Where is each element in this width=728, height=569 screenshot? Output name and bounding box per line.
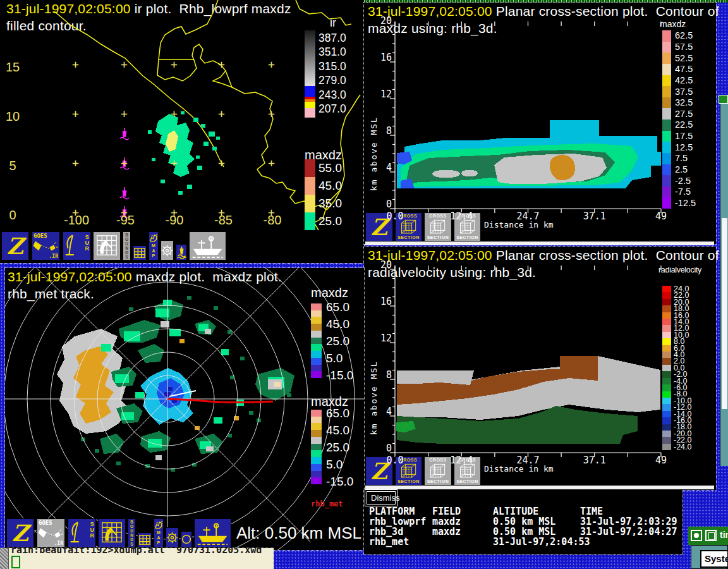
grid-cross: +	[268, 107, 275, 120]
toolbar-button-sur[interactable]: S U R	[68, 518, 96, 548]
colorbar-value: 2.5	[675, 164, 688, 174]
window-radar-ppi: 31-jul-1997,02:05:00 maxdz plot. maxdz p…	[5, 268, 364, 550]
toolbar-button-gridradar[interactable]	[93, 231, 121, 260]
tick-label: 24.7	[514, 211, 542, 222]
window-cross-section-maxdz: 31-jul-1997,02:05:00 Planar cross-sectio…	[364, 3, 716, 244]
grid-cross: +	[218, 107, 225, 120]
track-platform-label: rhb_met	[311, 499, 343, 508]
toolbar-button-z[interactable]: Z	[6, 518, 34, 548]
bounds-icon: B O U N D S	[130, 520, 133, 546]
grid-cross: +	[171, 205, 178, 219]
satellite-echo	[148, 111, 220, 195]
grid-cross: +	[72, 156, 79, 169]
colorbar-title: radialvelocity	[658, 266, 701, 274]
colorbar	[305, 159, 315, 230]
window-title-line2: rhb_met track.	[8, 286, 94, 302]
tick-label: 4	[375, 406, 392, 417]
terminal-scrollbar[interactable]	[0, 548, 9, 569]
tick-label: 0.0	[381, 211, 409, 222]
z-icon: Z	[7, 233, 23, 259]
toolbar-button-gridradar[interactable]	[98, 518, 126, 548]
timestamp: 31-jul-1997,02:05:00	[8, 269, 132, 284]
tick-label: 0	[375, 443, 392, 454]
tick-label: 37.1	[581, 455, 609, 466]
colorbar-value: 17.5	[675, 131, 693, 141]
toolbar-button-z[interactable]: Z	[1, 231, 29, 260]
table-cell: rhb_met	[369, 536, 409, 548]
toolbar-button-grid[interactable]	[133, 245, 147, 260]
grid-cross: +	[121, 58, 128, 71]
grid-cross: +	[72, 58, 79, 71]
ir-colorbar	[305, 30, 315, 118]
window-platform-table: Dismiss PLATFORMFIELDALTITUDETIMErhb_low…	[364, 489, 682, 554]
tick-label: 315.0	[318, 60, 356, 73]
table-cell: 31-Jul-97,2:04:53	[493, 536, 590, 548]
colorbar-value: 45.0	[326, 317, 349, 331]
table-cell: maxdz	[432, 526, 461, 537]
colorbar-value: -24.0	[674, 443, 692, 451]
colorbar-value: 25.0	[318, 214, 342, 228]
circle-icon	[181, 534, 192, 545]
colorbar-value: 25.0	[326, 441, 349, 455]
toolbar-button-sur[interactable]: S U R	[63, 231, 91, 260]
system-button[interactable]: System	[700, 550, 728, 568]
system-window: System	[691, 545, 728, 569]
time-controller-titlebar: tim	[688, 527, 728, 545]
toolbar-button-buoy[interactable]	[176, 244, 187, 260]
toolbar-button-bounds[interactable]: B O U N D S	[123, 231, 131, 260]
window-title: tim	[720, 530, 728, 540]
colorbar	[662, 286, 671, 450]
map-icon: M A P	[149, 232, 158, 260]
tick-label: 387.0	[318, 32, 356, 45]
colorbar-value: 5.0	[326, 458, 343, 472]
grid-cross: +	[218, 205, 225, 219]
ir-toolbar: Z GOES .IR S U R B O U N D S	[0, 231, 364, 263]
cube-icon: CROSS	[429, 214, 446, 219]
terminal-window[interactable]: rain:beaufait:192>xdump.all 970731.0205.…	[0, 548, 274, 569]
gridradar-icon	[100, 520, 124, 546]
sur-icon: S U R	[68, 519, 95, 547]
toolbar-button-gear[interactable]	[166, 527, 179, 548]
table-cell: 31-Jul-97,2:04:27	[580, 526, 677, 537]
window-cross-section-radialvelocity: 31-jul-1997,02:05:00 Planar cross-sectio…	[364, 247, 716, 490]
terminal-prompt: rain:beaufait:192>xdump.all 970731.0205.…	[11, 548, 262, 556]
tick-label: 351.0	[318, 46, 356, 59]
tick-label: 8	[375, 369, 392, 381]
colorbar-value: 52.5	[675, 53, 693, 63]
colorbar-value: -15.0	[326, 369, 353, 382]
toolbar-button-map[interactable]: M A P	[154, 518, 164, 548]
window-menu-icon[interactable]	[691, 530, 702, 541]
window-list-icon[interactable]	[705, 530, 717, 541]
colorbar-value: 25.0	[326, 334, 349, 348]
divider-strip	[365, 242, 714, 245]
colorbar-value: 12.5	[675, 142, 693, 152]
toolbar-button-goes[interactable]: GOES .IR	[37, 518, 65, 548]
tick-label: 20	[375, 259, 392, 271]
tick-label: 243.0	[318, 89, 356, 102]
toolbar-button-goes[interactable]: GOES .IR	[32, 231, 60, 260]
tick-label: 0	[3, 208, 23, 223]
tick-label: 10	[3, 109, 23, 124]
toolbar-button-circle[interactable]	[181, 531, 192, 548]
gear-icon	[161, 244, 174, 257]
colorbar-title: maxdz	[660, 19, 686, 29]
toolbar-button-map[interactable]: M A P	[149, 231, 159, 260]
grid-cross: +	[218, 58, 225, 71]
colorbar-value: 45.0	[326, 424, 349, 437]
sur-icon: S U R	[63, 232, 90, 260]
edge-scrollbar-trough[interactable]	[722, 218, 727, 409]
toolbar-button-ship[interactable]	[194, 518, 231, 548]
tick-label: 15	[3, 60, 23, 75]
tick-label: 12.4	[447, 211, 475, 222]
tick-label: 0.0	[381, 455, 409, 466]
toolbar-button-bounds[interactable]: B O U N D S	[128, 518, 136, 548]
colorbar	[311, 410, 322, 484]
toolbar-button-gear[interactable]	[161, 240, 174, 260]
colorbar-value: 32.5	[675, 97, 693, 107]
toolbar-button-grid[interactable]	[138, 532, 152, 548]
toolbar-button-ship[interactable]	[189, 231, 226, 260]
colorbar-value: -2.5	[675, 176, 691, 186]
bounds-icon: B O U N D S	[125, 233, 128, 259]
tick-label: 5	[3, 159, 23, 173]
colorbar-value: 42.5	[675, 75, 693, 85]
